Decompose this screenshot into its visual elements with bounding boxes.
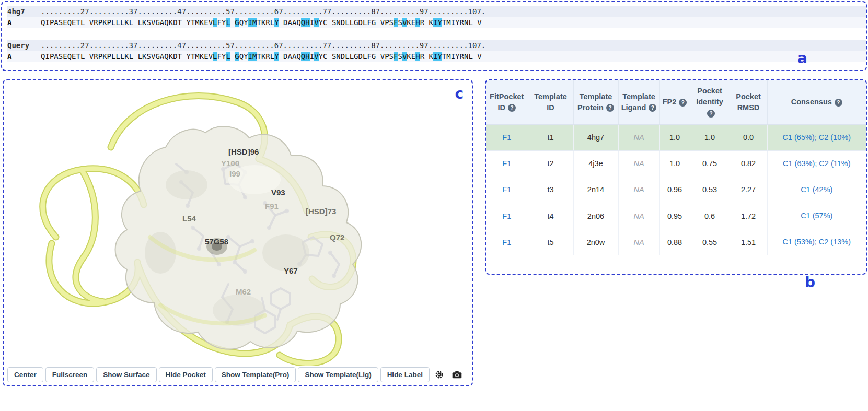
column-header-template_id: Template ID — [528, 80, 573, 124]
center-button[interactable]: Center — [7, 367, 43, 382]
highlighted-residue: L — [213, 52, 217, 61]
gear-icon — [435, 370, 444, 379]
table-header-row: FitPocket ID?Template IDTemplate Protein… — [486, 80, 866, 124]
camera-button[interactable] — [449, 369, 465, 381]
highlighted-residue: I — [248, 18, 252, 27]
cell-fitpocket_id: F1 — [486, 150, 528, 177]
show-template-pro-button[interactable]: Show Template(Pro) — [215, 367, 296, 382]
cell-template_protein: 4j3e — [573, 150, 618, 177]
cell-template_ligand: NA — [618, 177, 659, 203]
table-row[interactable]: F1t42n06NA0.950.61.72C1 (57%) — [486, 203, 866, 229]
template-table-panel: FitPocket ID?Template IDTemplate Protein… — [485, 79, 867, 275]
show-surface-button[interactable]: Show Surface — [96, 367, 156, 382]
highlighted-residue: H — [415, 18, 420, 27]
cell-template_ligand: NA — [618, 150, 659, 177]
cell-template_protein: 2n0w — [573, 229, 618, 255]
table-row[interactable]: F1t52n0wNA0.880.551.51C1 (53%); C2 (13%) — [486, 229, 866, 255]
chain-name: A — [7, 51, 41, 62]
fullscreen-button[interactable]: Fullscreen — [45, 367, 95, 382]
cell-fp2: 0.95 — [659, 203, 690, 229]
column-label: FP2 — [663, 98, 677, 106]
highlighted-residue: G — [235, 52, 239, 61]
sequence-line: AQIPASEQETL VRPKPLLLKL LKSVGAQKDT YTMKEV… — [7, 51, 866, 62]
cell-template_id: t5 — [528, 229, 573, 255]
consensus-link[interactable]: C1 (53%); C2 (13%) — [782, 238, 851, 246]
highlighted-residue: H — [305, 52, 309, 61]
cell-consensus: C1 (53%); C2 (13%) — [767, 229, 866, 255]
cell-fitpocket_id: F1 — [486, 229, 528, 255]
cell-consensus: C1 (65%); C2 (10%) — [767, 124, 866, 150]
alignment-block: Query.........27.........37.........47..… — [7, 40, 866, 62]
fitpocket-link[interactable]: F1 — [502, 238, 511, 246]
camera-icon — [452, 371, 462, 379]
highlighted-residue: L — [213, 18, 217, 27]
table-row[interactable]: F1t14hg7NA1.01.00.0C1 (65%); C2 (10%) — [486, 124, 866, 150]
alignment-rows: 4hg7.........27.........37.........47...… — [7, 6, 866, 62]
structure-viewer-panel: [HSD]96Y100I99V93F91[HSD]73L5457G58Q72Y6… — [3, 79, 473, 386]
table-row[interactable]: F1t32n14NA0.960.532.27C1 (42%) — [486, 177, 866, 203]
highlighted-residue: L — [226, 18, 230, 27]
sequence-text: QIPASEQETL VRPKPLLLKL LKSVGAQKDT YTMKEVL… — [41, 17, 482, 28]
highlighted-residue: Q — [301, 52, 305, 61]
help-icon[interactable]: ? — [606, 104, 614, 112]
table-row[interactable]: F1t24j3eNA1.00.750.82C1 (63%); C2 (11%) — [486, 150, 866, 177]
ruler-line: Query.........27.........37.........47..… — [7, 40, 866, 51]
column-header-template_protein: Template Protein? — [573, 80, 618, 124]
column-label: Pocket RMSD — [736, 92, 761, 112]
cell-fitpocket_id: F1 — [486, 177, 528, 203]
highlighted-residue: L — [226, 52, 230, 61]
hide-pocket-button[interactable]: Hide Pocket — [159, 367, 213, 382]
help-icon[interactable]: ? — [835, 99, 842, 107]
chain-name: A — [7, 17, 41, 28]
cell-template_protein: 2n06 — [573, 203, 618, 229]
ruler-line: 4hg7.........27.........37.........47...… — [7, 6, 866, 17]
column-header-consensus: Consensus? — [767, 80, 866, 124]
fitpocket-link[interactable]: F1 — [502, 185, 511, 194]
cell-template_ligand: NA — [618, 124, 659, 150]
cell-fitpocket_id: F1 — [486, 203, 528, 229]
cell-consensus: C1 (57%) — [767, 203, 866, 229]
column-header-pocket_identity: Pocket Identity? — [690, 80, 730, 124]
cell-consensus: C1 (63%); C2 (11%) — [767, 150, 866, 177]
show-template-lig-button[interactable]: Show Template(Lig) — [298, 367, 378, 382]
highlighted-residue: Y — [437, 52, 442, 61]
highlighted-residue: Y — [274, 52, 279, 61]
cell-template_ligand: NA — [618, 203, 659, 229]
help-icon[interactable]: ? — [649, 104, 656, 112]
panel-label-a: a — [797, 51, 807, 66]
cell-pocket_identity: 1.0 — [690, 124, 730, 150]
molecule-rendering — [4, 80, 472, 367]
hide-label-button[interactable]: Hide Label — [380, 367, 430, 382]
cell-template_protein: 2n14 — [573, 177, 618, 203]
column-header-pocket_rmsd: Pocket RMSD — [730, 80, 767, 124]
help-icon[interactable]: ? — [679, 99, 687, 107]
highlighted-residue: H — [415, 52, 420, 61]
consensus-link[interactable]: C1 (65%); C2 (10%) — [782, 133, 851, 142]
consensus-link[interactable]: C1 (57%) — [801, 212, 832, 220]
fitpocket-link[interactable]: F1 — [502, 133, 511, 142]
cell-template_id: t3 — [528, 177, 573, 203]
column-header-fitpocket_id: FitPocket ID? — [486, 80, 528, 124]
help-icon[interactable]: ? — [508, 104, 516, 112]
cell-pocket_rmsd: 0.82 — [730, 150, 767, 177]
cell-pocket_rmsd: 2.27 — [730, 177, 767, 203]
fitpocket-link[interactable]: F1 — [502, 212, 511, 220]
sequence-name: Query — [7, 40, 41, 51]
cell-pocket_identity: 0.75 — [690, 150, 730, 177]
fitpocket-link[interactable]: F1 — [502, 159, 511, 168]
cell-pocket_rmsd: 1.72 — [730, 203, 767, 229]
molecule-canvas[interactable] — [4, 80, 472, 367]
gear-button[interactable] — [432, 368, 447, 381]
consensus-link[interactable]: C1 (63%); C2 (11%) — [783, 159, 850, 168]
ruler-text: .........27.........37.........47.......… — [41, 6, 485, 17]
help-icon[interactable]: ? — [707, 110, 715, 118]
cell-fitpocket_id: F1 — [486, 124, 528, 150]
highlighted-residue: I — [248, 52, 252, 61]
template-table: FitPocket ID?Template IDTemplate Protein… — [486, 80, 866, 255]
cell-fp2: 0.88 — [659, 229, 690, 255]
column-header-template_ligand: Template Ligand? — [618, 80, 659, 124]
panel-label-b: b — [805, 274, 815, 291]
consensus-link[interactable]: C1 (42%) — [801, 185, 832, 194]
cell-template_id: t4 — [528, 203, 573, 229]
highlighted-residue: V — [314, 52, 318, 61]
